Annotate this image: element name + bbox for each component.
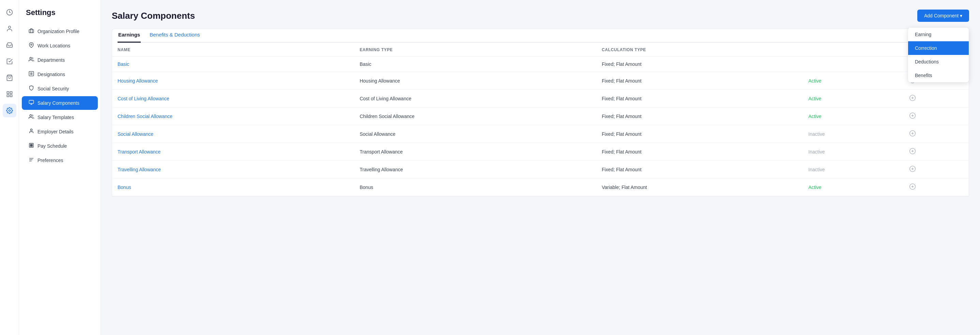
cell-name: Social Allowance xyxy=(112,125,354,143)
sidebar-item-departments[interactable]: Departments xyxy=(22,53,98,67)
cell-action xyxy=(904,107,969,125)
cell-calculation-type: Fixed; Flat Amount xyxy=(596,90,803,107)
component-name-link[interactable]: Bonus xyxy=(118,185,131,190)
nav-sidebar: Settings Organization Profile Work Locat… xyxy=(19,0,101,335)
sidebar-icon-gear[interactable] xyxy=(3,104,16,117)
col-header-calculation-type: CALCULATION TYPE xyxy=(596,43,803,57)
col-header-name: NAME xyxy=(112,43,354,57)
svg-point-10 xyxy=(30,57,31,59)
sidebar-item-designations[interactable]: Designations xyxy=(22,67,98,81)
component-name-link[interactable]: Basic xyxy=(118,61,129,67)
dropdown-item-deductions[interactable]: Deductions xyxy=(908,55,969,69)
dropdown-item-benefits[interactable]: Benefits xyxy=(908,69,969,82)
svg-rect-6 xyxy=(7,95,9,97)
table-row: Travelling Allowance Travelling Allowanc… xyxy=(112,161,969,179)
component-name-link[interactable]: Social Allowance xyxy=(118,131,153,137)
cell-name: Basic xyxy=(112,57,354,72)
svg-point-7 xyxy=(8,110,10,112)
table-row: Social Allowance Social Allowance Fixed;… xyxy=(112,125,969,143)
cell-earning-type: Bonus xyxy=(354,179,596,196)
dropdown-item-correction[interactable]: Correction xyxy=(908,41,969,55)
status-badge: Active xyxy=(808,78,821,84)
sidebar-item-org-profile[interactable]: Organization Profile xyxy=(22,25,98,38)
cell-earning-type: Transport Allowance xyxy=(354,143,596,161)
table-row: Basic Basic Fixed; Flat Amount xyxy=(112,57,969,72)
sidebar-item-work-locations[interactable]: Work Locations xyxy=(22,39,98,53)
sidebar-label-salary-components: Salary Components xyxy=(38,100,80,106)
dropdown-item-earning[interactable]: Earning xyxy=(908,28,969,41)
sidebar-icon-check[interactable] xyxy=(3,54,16,68)
add-action-icon[interactable] xyxy=(909,148,916,155)
svg-rect-3 xyxy=(7,92,9,94)
main-content: Salary Components Add Component ▾ Earnin… xyxy=(101,0,980,335)
sidebar-icon-grid[interactable] xyxy=(3,87,16,101)
sidebar-icon-bag[interactable] xyxy=(3,71,16,85)
sidebar-item-social-security[interactable]: Social Security xyxy=(22,82,98,96)
sidebar-item-salary-templates[interactable]: Salary Templates xyxy=(22,110,98,124)
sidebar-label-pay-schedule: Pay Schedule xyxy=(38,143,67,149)
sidebar-label-social-security: Social Security xyxy=(38,86,69,91)
cell-action xyxy=(904,90,969,107)
add-action-icon[interactable] xyxy=(909,112,916,119)
cell-earning-type: Children Social Allowance xyxy=(354,107,596,125)
status-badge: Inactive xyxy=(808,131,825,137)
add-action-icon[interactable] xyxy=(909,183,916,190)
sidebar-item-employer-details[interactable]: Employer Details xyxy=(22,125,98,139)
header-actions: Add Component ▾ Earning Correction Deduc… xyxy=(917,10,969,22)
add-component-button[interactable]: Add Component ▾ xyxy=(917,10,969,22)
salary-components-icon xyxy=(29,100,34,107)
svg-rect-5 xyxy=(10,95,12,97)
table-row: Cost of Living Allowance Cost of Living … xyxy=(112,90,969,107)
cell-name: Transport Allowance xyxy=(112,143,354,161)
cell-calculation-type: Fixed; Flat Amount xyxy=(596,125,803,143)
cell-action xyxy=(904,179,969,196)
svg-point-9 xyxy=(31,44,32,45)
component-name-link[interactable]: Children Social Allowance xyxy=(118,113,172,119)
tabs-container: Earnings Benefits & Deductions xyxy=(112,29,969,43)
sidebar-item-pay-schedule[interactable]: Pay Schedule xyxy=(22,139,98,153)
component-name-link[interactable]: Cost of Living Allowance xyxy=(118,96,169,101)
status-badge: Inactive xyxy=(808,149,825,155)
col-header-status xyxy=(803,43,903,57)
component-name-link[interactable]: Transport Allowance xyxy=(118,149,161,155)
sidebar-icon-inbox[interactable] xyxy=(3,38,16,52)
cell-action xyxy=(904,143,969,161)
cell-name: Travelling Allowance xyxy=(112,161,354,179)
social-security-icon xyxy=(29,85,34,92)
sidebar-title: Settings xyxy=(19,8,100,24)
sidebar-label-designations: Designations xyxy=(38,72,65,77)
sidebar-icon-clock[interactable] xyxy=(3,5,16,19)
tab-benefits-deductions[interactable]: Benefits & Deductions xyxy=(149,29,201,43)
svg-point-1 xyxy=(8,26,11,29)
cell-status: Inactive xyxy=(803,161,903,179)
cell-earning-type: Housing Allowance xyxy=(354,72,596,90)
sidebar-label-preferences: Preferences xyxy=(38,158,63,163)
cell-calculation-type: Fixed; Flat Amount xyxy=(596,72,803,90)
component-name-link[interactable]: Travelling Allowance xyxy=(118,167,161,172)
add-action-icon[interactable] xyxy=(909,130,916,137)
add-action-icon[interactable] xyxy=(909,94,916,101)
svg-rect-4 xyxy=(10,92,12,94)
tab-earnings[interactable]: Earnings xyxy=(118,29,141,43)
cell-status: Active xyxy=(803,72,903,90)
salary-templates-icon xyxy=(29,114,34,121)
cell-calculation-type: Fixed; Flat Amount xyxy=(596,57,803,72)
svg-point-15 xyxy=(30,115,31,116)
sidebar-item-salary-components[interactable]: Salary Components xyxy=(22,96,98,110)
cell-name: Housing Allowance xyxy=(112,72,354,90)
cell-earning-type: Social Allowance xyxy=(354,125,596,143)
page-title: Salary Components xyxy=(112,11,195,21)
status-badge: Inactive xyxy=(808,167,825,172)
table-row: Transport Allowance Transport Allowance … xyxy=(112,143,969,161)
cell-status: Inactive xyxy=(803,125,903,143)
pay-schedule-icon xyxy=(29,143,34,150)
add-action-icon[interactable] xyxy=(909,166,916,172)
sidebar-icon-person[interactable] xyxy=(3,22,16,35)
employer-details-icon xyxy=(29,128,34,135)
sidebar-item-preferences[interactable]: Preferences xyxy=(22,153,98,167)
status-badge: Active xyxy=(808,185,821,190)
component-name-link[interactable]: Housing Allowance xyxy=(118,78,158,84)
cell-name: Children Social Allowance xyxy=(112,107,354,125)
cell-name: Bonus xyxy=(112,179,354,196)
cell-status: Active xyxy=(803,90,903,107)
